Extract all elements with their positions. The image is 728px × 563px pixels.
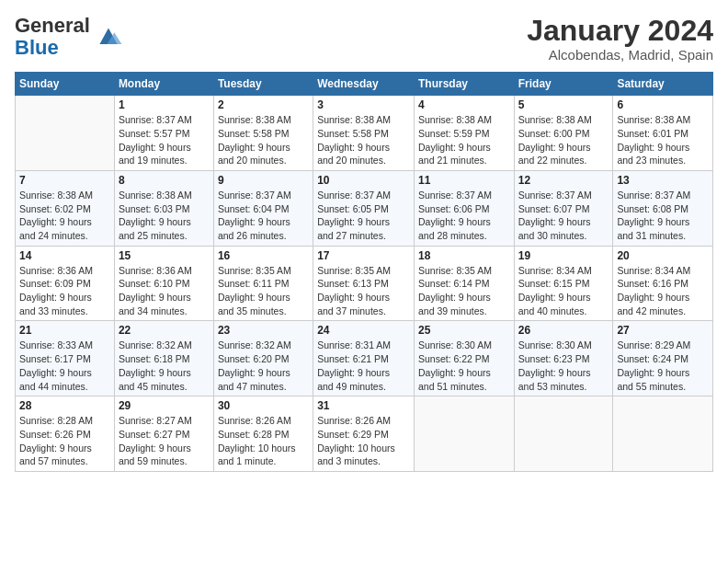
- calendar-cell: 15Sunrise: 8:36 AMSunset: 6:10 PMDayligh…: [114, 246, 213, 321]
- day-info: Sunrise: 8:29 AMSunset: 6:24 PMDaylight:…: [617, 339, 709, 393]
- calendar-cell: [414, 396, 514, 472]
- calendar-table: SundayMondayTuesdayWednesdayThursdayFrid…: [15, 72, 713, 472]
- day-info: Sunrise: 8:37 AMSunset: 6:07 PMDaylight:…: [518, 189, 609, 243]
- calendar-cell: 17Sunrise: 8:35 AMSunset: 6:13 PMDayligh…: [313, 246, 415, 321]
- day-info: Sunrise: 8:36 AMSunset: 6:09 PMDaylight:…: [19, 264, 110, 318]
- col-header-tuesday: Tuesday: [213, 73, 313, 96]
- day-number: 22: [119, 324, 210, 337]
- calendar-cell: 16Sunrise: 8:35 AMSunset: 6:11 PMDayligh…: [213, 246, 313, 321]
- location: Alcobendas, Madrid, Spain: [527, 47, 713, 63]
- day-info: Sunrise: 8:30 AMSunset: 6:23 PMDaylight:…: [518, 339, 609, 393]
- day-number: 19: [518, 249, 609, 262]
- day-number: 2: [218, 98, 309, 111]
- calendar-cell: 14Sunrise: 8:36 AMSunset: 6:09 PMDayligh…: [16, 246, 115, 321]
- day-info: Sunrise: 8:38 AMSunset: 6:01 PMDaylight:…: [617, 113, 709, 167]
- day-number: 1: [119, 98, 210, 111]
- col-header-sunday: Sunday: [16, 73, 115, 96]
- day-info: Sunrise: 8:38 AMSunset: 5:59 PMDaylight:…: [418, 113, 510, 167]
- day-number: 15: [119, 249, 210, 262]
- day-number: 25: [418, 324, 510, 337]
- calendar-cell: 2Sunrise: 8:38 AMSunset: 5:58 PMDaylight…: [213, 96, 313, 171]
- day-number: 5: [518, 98, 609, 111]
- day-number: 27: [617, 324, 709, 337]
- day-info: Sunrise: 8:38 AMSunset: 6:03 PMDaylight:…: [119, 189, 210, 243]
- day-info: Sunrise: 8:34 AMSunset: 6:16 PMDaylight:…: [617, 264, 709, 318]
- day-info: Sunrise: 8:35 AMSunset: 6:13 PMDaylight:…: [317, 264, 410, 318]
- day-info: Sunrise: 8:37 AMSunset: 6:05 PMDaylight:…: [317, 189, 410, 243]
- calendar-cell: 19Sunrise: 8:34 AMSunset: 6:15 PMDayligh…: [514, 246, 613, 321]
- day-info: Sunrise: 8:37 AMSunset: 6:08 PMDaylight:…: [617, 189, 709, 243]
- calendar-cell: 18Sunrise: 8:35 AMSunset: 6:14 PMDayligh…: [414, 246, 514, 321]
- calendar-cell: 31Sunrise: 8:26 AMSunset: 6:29 PMDayligh…: [313, 396, 415, 472]
- col-header-wednesday: Wednesday: [313, 73, 415, 96]
- day-number: 28: [19, 399, 110, 412]
- week-row: 14Sunrise: 8:36 AMSunset: 6:09 PMDayligh…: [16, 246, 713, 321]
- day-number: 26: [518, 324, 609, 337]
- day-info: Sunrise: 8:35 AMSunset: 6:14 PMDaylight:…: [418, 264, 510, 318]
- logo-icon: [94, 22, 123, 52]
- col-header-thursday: Thursday: [414, 73, 514, 96]
- day-info: Sunrise: 8:31 AMSunset: 6:21 PMDaylight:…: [317, 339, 410, 393]
- day-number: 10: [317, 174, 410, 187]
- logo-general: General: [15, 15, 90, 37]
- calendar-cell: 21Sunrise: 8:33 AMSunset: 6:17 PMDayligh…: [16, 321, 115, 396]
- calendar-cell: 1Sunrise: 8:37 AMSunset: 5:57 PMDaylight…: [114, 96, 213, 171]
- main-container: General Blue January 2024 Alcobendas, Ma…: [0, 0, 728, 481]
- calendar-cell: 8Sunrise: 8:38 AMSunset: 6:03 PMDaylight…: [114, 170, 213, 246]
- calendar-cell: 22Sunrise: 8:32 AMSunset: 6:18 PMDayligh…: [114, 321, 213, 396]
- day-number: 12: [518, 174, 609, 187]
- week-row: 28Sunrise: 8:28 AMSunset: 6:26 PMDayligh…: [16, 396, 713, 472]
- calendar-cell: 20Sunrise: 8:34 AMSunset: 6:16 PMDayligh…: [613, 246, 713, 321]
- day-info: Sunrise: 8:38 AMSunset: 5:58 PMDaylight:…: [218, 113, 309, 167]
- day-info: Sunrise: 8:34 AMSunset: 6:15 PMDaylight:…: [518, 264, 609, 318]
- day-info: Sunrise: 8:36 AMSunset: 6:10 PMDaylight:…: [119, 264, 210, 318]
- col-header-saturday: Saturday: [613, 73, 713, 96]
- day-info: Sunrise: 8:32 AMSunset: 6:20 PMDaylight:…: [218, 339, 309, 393]
- day-info: Sunrise: 8:30 AMSunset: 6:22 PMDaylight:…: [418, 339, 510, 393]
- day-number: 14: [19, 249, 110, 262]
- day-info: Sunrise: 8:38 AMSunset: 6:00 PMDaylight:…: [518, 113, 609, 167]
- day-info: Sunrise: 8:32 AMSunset: 6:18 PMDaylight:…: [119, 339, 210, 393]
- day-number: 24: [317, 324, 410, 337]
- col-header-friday: Friday: [514, 73, 613, 96]
- header-row: SundayMondayTuesdayWednesdayThursdayFrid…: [16, 73, 713, 96]
- day-info: Sunrise: 8:26 AMSunset: 6:29 PMDaylight:…: [317, 414, 410, 468]
- day-number: 16: [218, 249, 309, 262]
- calendar-cell: [613, 396, 713, 472]
- calendar-cell: 6Sunrise: 8:38 AMSunset: 6:01 PMDaylight…: [613, 96, 713, 171]
- logo: General Blue: [15, 15, 123, 59]
- calendar-cell: [16, 96, 115, 171]
- week-row: 7Sunrise: 8:38 AMSunset: 6:02 PMDaylight…: [16, 170, 713, 246]
- header-area: General Blue January 2024 Alcobendas, Ma…: [15, 15, 713, 63]
- calendar-cell: 12Sunrise: 8:37 AMSunset: 6:07 PMDayligh…: [514, 170, 613, 246]
- calendar-cell: [514, 396, 613, 472]
- day-number: 13: [617, 174, 709, 187]
- day-info: Sunrise: 8:37 AMSunset: 6:06 PMDaylight:…: [418, 189, 510, 243]
- calendar-cell: 29Sunrise: 8:27 AMSunset: 6:27 PMDayligh…: [114, 396, 213, 472]
- day-info: Sunrise: 8:35 AMSunset: 6:11 PMDaylight:…: [218, 264, 309, 318]
- day-number: 4: [418, 98, 510, 111]
- day-number: 9: [218, 174, 309, 187]
- calendar-cell: 7Sunrise: 8:38 AMSunset: 6:02 PMDaylight…: [16, 170, 115, 246]
- day-number: 20: [617, 249, 709, 262]
- calendar-cell: 9Sunrise: 8:37 AMSunset: 6:04 PMDaylight…: [213, 170, 313, 246]
- day-number: 18: [418, 249, 510, 262]
- calendar-cell: 11Sunrise: 8:37 AMSunset: 6:06 PMDayligh…: [414, 170, 514, 246]
- day-info: Sunrise: 8:37 AMSunset: 5:57 PMDaylight:…: [119, 113, 210, 167]
- calendar-cell: 30Sunrise: 8:26 AMSunset: 6:28 PMDayligh…: [213, 396, 313, 472]
- day-info: Sunrise: 8:38 AMSunset: 5:58 PMDaylight:…: [317, 113, 410, 167]
- logo-text: General Blue: [15, 15, 90, 59]
- day-number: 6: [617, 98, 709, 111]
- day-number: 7: [19, 174, 110, 187]
- logo-blue: Blue: [15, 37, 90, 59]
- month-title: January 2024: [527, 15, 713, 47]
- week-row: 1Sunrise: 8:37 AMSunset: 5:57 PMDaylight…: [16, 96, 713, 171]
- day-number: 21: [19, 324, 110, 337]
- day-info: Sunrise: 8:37 AMSunset: 6:04 PMDaylight:…: [218, 189, 309, 243]
- calendar-cell: 4Sunrise: 8:38 AMSunset: 5:59 PMDaylight…: [414, 96, 514, 171]
- day-info: Sunrise: 8:26 AMSunset: 6:28 PMDaylight:…: [218, 414, 309, 468]
- day-info: Sunrise: 8:28 AMSunset: 6:26 PMDaylight:…: [19, 414, 110, 468]
- col-header-monday: Monday: [114, 73, 213, 96]
- day-number: 3: [317, 98, 410, 111]
- week-row: 21Sunrise: 8:33 AMSunset: 6:17 PMDayligh…: [16, 321, 713, 396]
